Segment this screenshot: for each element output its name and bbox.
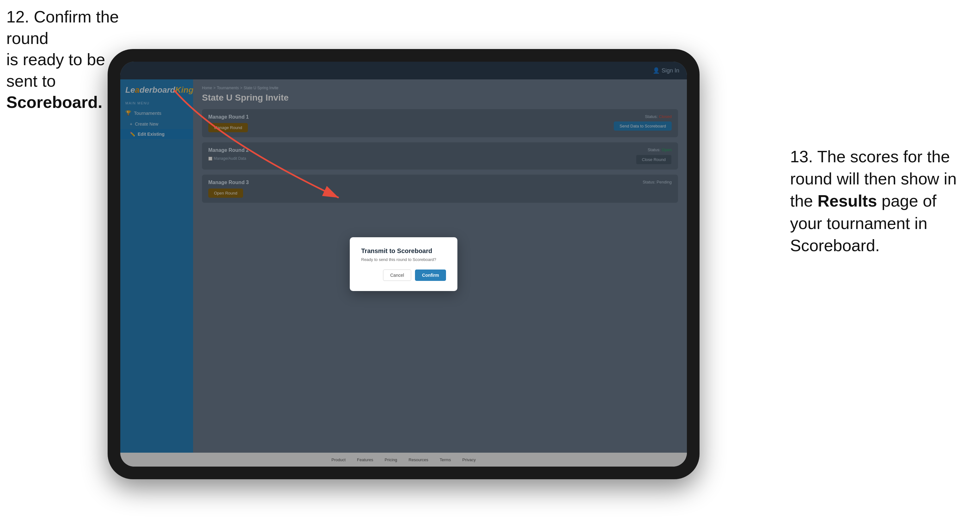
modal-buttons: Cancel Confirm <box>361 270 446 281</box>
tablet-device: 👤 Sign In LeaderboardKing MAIN MENU 🏆 To… <box>108 49 700 479</box>
transmit-modal: Transmit to Scoreboard Ready to send thi… <box>350 237 457 291</box>
modal-cancel-button[interactable]: Cancel <box>383 270 412 281</box>
modal-title: Transmit to Scoreboard <box>361 248 446 255</box>
modal-subtitle: Ready to send this round to Scoreboard? <box>361 257 446 262</box>
modal-confirm-button[interactable]: Confirm <box>415 270 446 281</box>
tablet-screen: 👤 Sign In LeaderboardKing MAIN MENU 🏆 To… <box>120 62 687 467</box>
modal-overlay: Transmit to Scoreboard Ready to send thi… <box>120 62 687 467</box>
annotation-right: 13. The scores for the round will then s… <box>790 146 967 257</box>
